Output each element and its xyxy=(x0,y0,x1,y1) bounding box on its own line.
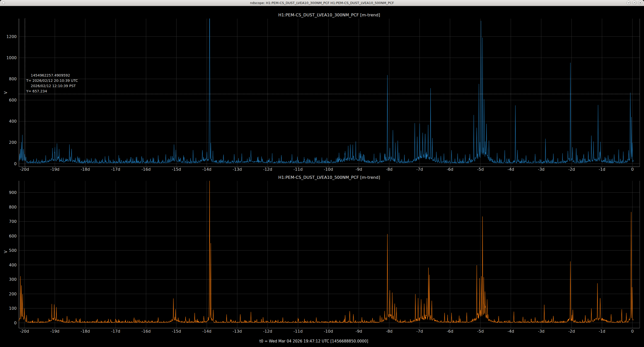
x-tick-label: -9d xyxy=(356,167,362,172)
x-tick-label: -14d xyxy=(202,329,211,334)
x-tick-label: -6d xyxy=(447,167,453,172)
x-tick-label: -2d xyxy=(568,329,575,334)
y-tick-label: 100 xyxy=(9,306,17,311)
y-axis-label-500nm: V xyxy=(4,250,8,253)
y-tick-label: 300 xyxy=(9,277,17,282)
x-tick-label: -19d xyxy=(50,329,59,334)
x-tick-label: -8d xyxy=(386,167,392,172)
x-tick-label: -15d xyxy=(172,167,181,172)
y-tick-label: 800 xyxy=(9,205,17,210)
x-tick-label: -9d xyxy=(356,329,362,334)
x-tick-label: 0 xyxy=(631,167,634,172)
y-tick-label: 200 xyxy=(9,292,17,296)
y-tick-label: 0 xyxy=(14,321,17,325)
x-tick-label: -17d xyxy=(111,167,120,172)
x-tick-label: 0 xyxy=(631,329,634,334)
y-tick-label: 800 xyxy=(9,77,17,81)
x-tick-label: -19d xyxy=(50,167,59,172)
x-tick-label: -7d xyxy=(416,167,423,172)
x-tick-label: -20d xyxy=(20,167,29,172)
plot-title-300nm: H1:PEM-CS_DUST_LVEA10_300NM_PCF [m-trend… xyxy=(278,13,380,18)
x-tick-label: -3d xyxy=(538,167,544,172)
y-axis-label-300nm: V xyxy=(4,91,8,94)
x-tick-label: -8d xyxy=(386,329,392,334)
plot-area-300nm[interactable] xyxy=(19,19,640,167)
x-tick-label: -6d xyxy=(447,329,453,334)
y-tick-label: 600 xyxy=(9,234,17,238)
x-tick-label: -13d xyxy=(233,167,242,172)
x-tick-label: -14d xyxy=(202,167,211,172)
x-tick-label: -16d xyxy=(141,167,150,172)
x-tick-label: -4d xyxy=(508,167,514,172)
x-tick-label: -20d xyxy=(20,329,29,334)
x-tick-label: -12d xyxy=(263,329,272,334)
y-tick-label: 200 xyxy=(9,140,17,145)
x-tick-label: -7d xyxy=(416,329,423,334)
plots-canvas: -20d-19d-18d-17d-16d-15d-14d-13d-12d-11d… xyxy=(0,0,644,347)
x-tick-label: -17d xyxy=(111,329,120,334)
x-tick-label: -1d xyxy=(599,329,605,334)
plot-area-500nm[interactable] xyxy=(19,181,640,328)
x-tick-label: -18d xyxy=(81,167,90,172)
plot-title-500nm: H1:PEM-CS_DUST_LVEA10_500NM_PCF [m-trend… xyxy=(278,175,380,180)
x-tick-label: -13d xyxy=(233,329,242,334)
x-tick-label: -1d xyxy=(599,167,605,172)
y-tick-label: 1000 xyxy=(6,55,17,60)
x-tick-label: -16d xyxy=(141,329,150,334)
x-tick-label: -5d xyxy=(477,329,484,334)
y-tick-label: 400 xyxy=(9,119,17,124)
x-tick-label: -5d xyxy=(477,167,484,172)
x-tick-label: -11d xyxy=(293,167,302,172)
plot-300nm: -20d-19d-18d-17d-16d-15d-14d-13d-12d-11d… xyxy=(4,13,640,172)
x-tick-label: -11d xyxy=(293,329,302,334)
y-tick-label: 900 xyxy=(9,190,17,195)
y-tick-label: 400 xyxy=(9,263,17,267)
x-tick-label: -3d xyxy=(538,329,544,334)
y-tick-label: 700 xyxy=(9,219,17,224)
plot-500nm: -20d-19d-18d-17d-16d-15d-14d-13d-12d-11d… xyxy=(4,175,640,334)
y-tick-label: 1200 xyxy=(6,34,17,39)
x-tick-label: -10d xyxy=(324,167,333,172)
x-tick-label: -4d xyxy=(508,329,514,334)
y-tick-label: 500 xyxy=(9,248,17,253)
x-tick-label: -2d xyxy=(568,167,575,172)
ndscope-window: ndscope: H1:PEM-CS_DUST_LVEA10_300NM_PCF… xyxy=(0,0,644,347)
x-tick-label: -15d xyxy=(172,329,181,334)
x-tick-label: -12d xyxy=(263,167,272,172)
y-tick-label: 600 xyxy=(9,98,17,102)
x-tick-label: -18d xyxy=(81,329,90,334)
x-tick-label: -10d xyxy=(324,329,333,334)
t0-label: t0 = Wed Mar 04 2026 19:47:12 UTC [14566… xyxy=(259,339,368,343)
y-tick-label: 0 xyxy=(14,161,17,166)
